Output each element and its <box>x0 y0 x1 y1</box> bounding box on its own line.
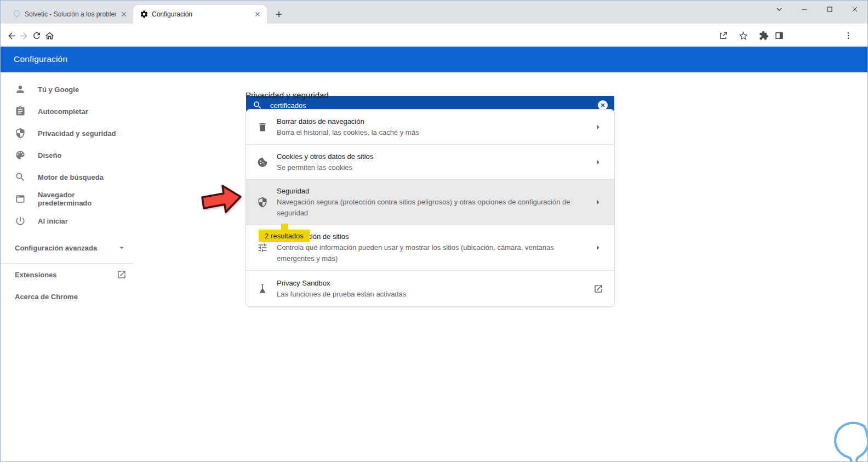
home-button[interactable] <box>42 28 56 43</box>
three-dot-menu-icon <box>843 31 853 41</box>
side-panel-icon <box>774 31 784 41</box>
settings-gear-icon <box>140 10 149 19</box>
chevron-right-icon <box>592 122 603 133</box>
sidebar-item-label: Autocompletar <box>38 107 88 116</box>
tune-icon <box>257 242 268 253</box>
clipboard-icon <box>15 106 26 117</box>
sidebar-item-al-iniciar[interactable]: Al iniciar <box>1 210 133 232</box>
section-title: Privacidad y seguridad <box>245 90 329 100</box>
shield-icon <box>15 128 26 139</box>
share-icon <box>718 31 728 41</box>
sidebar-item-acerca-de-chrome[interactable]: Acerca de Chrome <box>1 286 133 307</box>
solvetic-watermark-icon <box>824 420 868 462</box>
flask-icon <box>257 283 268 294</box>
tab-close-icon[interactable] <box>119 9 129 19</box>
chevron-right-icon <box>592 157 603 168</box>
arrow-forward-icon <box>19 31 29 41</box>
minimize-button[interactable] <box>792 1 817 18</box>
reload-icon <box>32 31 42 41</box>
row-subtitle: Se permiten las cookies <box>277 162 575 173</box>
privacy-settings-card: Borrar datos de navegación Borra el hist… <box>245 109 615 307</box>
home-icon <box>44 31 55 41</box>
side-panel-button[interactable] <box>772 28 786 43</box>
open-in-new-icon <box>593 284 603 294</box>
sidebar-item-label: Acerca de Chrome <box>15 293 78 301</box>
tab-title: Solvetic - Solución a los problem <box>25 10 116 18</box>
menu-button[interactable] <box>841 28 855 43</box>
settings-header: Configuración <box>1 47 867 72</box>
tab-solvetic[interactable]: Solvetic - Solución a los problem <box>6 5 133 24</box>
row-title: Seguridad <box>277 186 592 197</box>
row-subtitle: Navegación segura (protección contra sit… <box>277 197 575 219</box>
tab-close-icon[interactable] <box>253 9 262 19</box>
tab-search-button[interactable] <box>767 1 792 18</box>
bookmark-button[interactable] <box>736 28 750 43</box>
sidebar-item-label: Diseño <box>38 151 61 159</box>
page-title: Configuración <box>14 54 67 64</box>
security-shield-icon <box>257 197 268 208</box>
sidebar-item-autocompletar[interactable]: Autocompletar <box>1 100 133 122</box>
row-cookies[interactable]: Cookies y otros datos de sitios Se permi… <box>246 144 614 179</box>
row-privacy-sandbox[interactable]: Privacy Sandbox Las funciones de prueba … <box>246 270 614 306</box>
chevron-right-icon <box>592 197 603 208</box>
person-icon <box>15 84 26 95</box>
sidebar-item-navegador-predeterminado[interactable]: Navegador predeterminado <box>1 188 133 210</box>
trash-icon <box>257 122 268 133</box>
forward-button[interactable] <box>16 28 31 43</box>
new-tab-button[interactable] <box>272 8 285 21</box>
settings-search-input[interactable] <box>270 101 598 110</box>
sidebar-item-motor-busqueda[interactable]: Motor de búsqueda <box>1 166 133 188</box>
sidebar-item-label: Motor de búsqueda <box>38 173 104 181</box>
red-arrow-pointer <box>199 181 244 218</box>
search-results-badge: 2 resultados <box>259 230 310 242</box>
chevron-down-icon <box>775 5 784 14</box>
puzzle-icon <box>759 31 769 41</box>
cookie-icon <box>257 157 268 168</box>
browser-toolbar: Chrome chrome://settings/?search=certifi… <box>1 24 867 47</box>
extensions-button[interactable] <box>757 28 771 43</box>
browser-window: Solvetic - Solución a los problem Config… <box>0 0 868 462</box>
row-seguridad[interactable]: Seguridad Navegación segura (protección … <box>246 179 614 225</box>
sidebar-item-label: Privacidad y seguridad <box>38 129 116 138</box>
sidebar-advanced-toggle[interactable]: Configuración avanzada <box>1 237 133 259</box>
star-icon <box>738 31 749 41</box>
sidebar-item-tu-y-google[interactable]: Tú y Google <box>1 78 133 100</box>
row-title: Cookies y otros datos de sitios <box>277 151 592 162</box>
power-icon <box>15 215 26 226</box>
browser-window-icon <box>15 193 26 204</box>
chevron-right-icon <box>592 242 603 253</box>
sidebar-item-label: Navegador predeterminado <box>38 191 127 207</box>
minimize-icon <box>800 5 809 14</box>
row-title: Configuración de sitios <box>277 231 592 242</box>
window-controls <box>767 1 867 18</box>
plus-icon <box>274 9 284 19</box>
sidebar-item-label: Tú y Google <box>38 85 79 94</box>
row-subtitle: Borra el historial, las cookies, la cach… <box>277 127 575 138</box>
sidebar-item-label: Extensiones <box>15 271 57 279</box>
search-icon <box>15 172 26 182</box>
maximize-icon <box>825 5 834 14</box>
badge-label: 2 resultados <box>259 230 310 242</box>
sidebar-item-privacidad[interactable]: Privacidad y seguridad <box>1 122 133 144</box>
close-icon <box>850 5 859 14</box>
tab-strip: Solvetic - Solución a los problem Config… <box>1 1 867 24</box>
row-borrar-datos[interactable]: Borrar datos de navegación Borra el hist… <box>246 110 614 144</box>
palette-icon <box>15 150 26 161</box>
sidebar-item-label: Configuración avanzada <box>15 244 97 252</box>
close-window-button[interactable] <box>842 1 867 18</box>
settings-sidebar: Tú y Google Autocompletar Privacidad y s… <box>1 72 133 461</box>
maximize-button[interactable] <box>817 1 842 18</box>
open-in-new-icon <box>117 270 127 280</box>
row-subtitle: Controla qué información pueden usar y m… <box>277 242 575 264</box>
sidebar-item-label: Al iniciar <box>38 217 68 225</box>
sidebar-item-diseno[interactable]: Diseño <box>1 144 133 166</box>
tab-configuracion[interactable]: Configuración <box>133 5 267 24</box>
sidebar-item-extensiones[interactable]: Extensiones <box>1 264 133 286</box>
solvetic-bulb-icon <box>13 10 21 19</box>
tab-title: Configuración <box>152 10 249 18</box>
row-subtitle: Las funciones de prueba están activadas <box>277 289 575 300</box>
row-title: Borrar datos de navegación <box>277 116 592 127</box>
share-button[interactable] <box>716 28 730 43</box>
arrow-back-icon <box>7 31 17 41</box>
caret-down-icon <box>117 243 127 253</box>
